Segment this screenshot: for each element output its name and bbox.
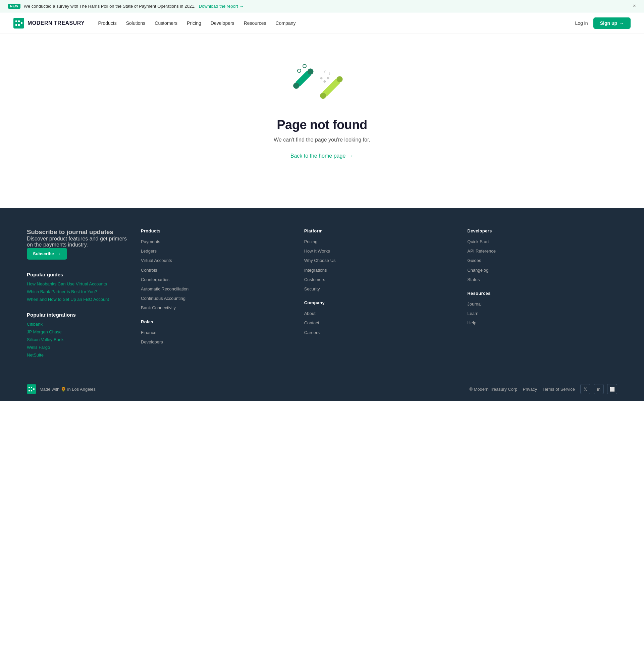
integration-jpmorgan[interactable]: JP Morgan Chase	[27, 329, 127, 334]
twitter-link[interactable]: 𝕏	[580, 384, 590, 394]
svg-rect-4	[18, 24, 20, 26]
footer-virtual-accounts[interactable]: Virtual Accounts	[141, 258, 291, 264]
footer-customers[interactable]: Customers	[304, 277, 454, 283]
nav-resources[interactable]: Resources	[244, 20, 266, 26]
guide-link-1[interactable]: How Neobanks Can Use Virtual Accounts	[27, 282, 127, 287]
footer-finance[interactable]: Finance	[141, 330, 291, 336]
footer-about[interactable]: About	[304, 311, 454, 317]
instagram-icon: ⬜	[609, 387, 615, 392]
instagram-link[interactable]: ⬜	[607, 384, 617, 394]
popular-guides-section: Popular guides How Neobanks Can Use Virt…	[27, 272, 127, 302]
home-page-link[interactable]: Back to the home page →	[291, 153, 354, 159]
footer-journal[interactable]: Journal	[467, 301, 617, 307]
footer-left-col: Subscribe to journal updates Discover pr…	[27, 228, 127, 360]
linkedin-link[interactable]: in	[594, 384, 604, 394]
svg-rect-1	[15, 20, 17, 22]
footer-api-reference[interactable]: API Reference	[467, 248, 617, 254]
footer-careers[interactable]: Careers	[304, 330, 454, 336]
footer-how-it-works[interactable]: How It Works	[304, 248, 454, 254]
new-badge: NEW	[8, 4, 20, 9]
login-link[interactable]: Log in	[575, 20, 588, 26]
platform-col-title: Platform	[304, 228, 454, 233]
footer-pricing[interactable]: Pricing	[304, 239, 454, 245]
footer-learn[interactable]: Learn	[467, 311, 617, 317]
footer-security[interactable]: Security	[304, 286, 454, 292]
svg-rect-2	[15, 24, 17, 26]
nav-links: Products Solutions Customers Pricing Dev…	[98, 20, 575, 26]
svg-rect-24	[33, 388, 35, 390]
footer-bottom-right: © Modern Treasury Corp Privacy Terms of …	[469, 384, 617, 394]
svg-text:?: ?	[329, 72, 330, 76]
footer-changelog[interactable]: Changelog	[467, 267, 617, 273]
footer-quick-start[interactable]: Quick Start	[467, 239, 617, 245]
footer-bank-connectivity[interactable]: Bank Connectivity	[141, 305, 291, 311]
svg-rect-5	[21, 22, 23, 24]
arrow-icon: →	[619, 20, 624, 26]
nav-company[interactable]: Company	[276, 20, 296, 26]
footer-controls[interactable]: Controls	[141, 267, 291, 273]
subscribe-arrow-icon: →	[57, 251, 61, 256]
resources-title: Resources	[467, 291, 617, 296]
logo-text: MODERN TREASURY	[28, 20, 85, 26]
footer-guides[interactable]: Guides	[467, 258, 617, 264]
svg-point-14	[327, 77, 329, 79]
footer-made-with-text: Made with 🌻 in Los Angeles	[40, 387, 96, 392]
svg-rect-20	[29, 387, 30, 388]
copyright-text: © Modern Treasury Corp	[469, 387, 517, 392]
footer-products-col: Products Payments Ledgers Virtual Accoun…	[141, 228, 291, 360]
integrations-title: Popular integrations	[27, 312, 127, 318]
nav-pricing[interactable]: Pricing	[187, 20, 201, 26]
privacy-link[interactable]: Privacy	[523, 387, 537, 392]
banner-close-button[interactable]: ×	[633, 3, 636, 9]
footer: Subscribe to journal updates Discover pr…	[0, 208, 644, 401]
banner-text: We conducted a survey with The Harris Po…	[24, 4, 196, 9]
footer-developers-role[interactable]: Developers	[141, 339, 291, 345]
integration-wellsfargo[interactable]: Wells Fargo	[27, 345, 127, 350]
error-subtitle: We can't find the page you're looking fo…	[274, 137, 370, 143]
error-illustration: ? ?	[285, 61, 359, 104]
guide-link-3[interactable]: When and How to Set Up an FBO Account	[27, 297, 127, 302]
footer-ledgers[interactable]: Ledgers	[141, 248, 291, 254]
footer-why-choose-us[interactable]: Why Choose Us	[304, 258, 454, 264]
terms-link[interactable]: Terms of Service	[542, 387, 575, 392]
integration-svb[interactable]: Silicon Valley Bank	[27, 337, 127, 342]
subscribe-button[interactable]: Subscribe →	[27, 248, 67, 260]
nav-developers[interactable]: Developers	[211, 20, 234, 26]
footer-payments[interactable]: Payments	[141, 239, 291, 245]
footer-help[interactable]: Help	[467, 320, 617, 326]
logo-link[interactable]: MODERN TREASURY	[13, 18, 85, 29]
nav-customers[interactable]: Customers	[155, 20, 177, 26]
products-col-title: Products	[141, 228, 291, 233]
social-icons: 𝕏 in ⬜	[580, 384, 617, 394]
guide-link-2[interactable]: Which Bank Partner is Best for You?	[27, 289, 127, 294]
footer-status[interactable]: Status	[467, 277, 617, 283]
linkedin-icon: in	[597, 387, 600, 392]
nav-solutions[interactable]: Solutions	[126, 20, 145, 26]
svg-rect-22	[31, 387, 32, 388]
svg-point-13	[324, 81, 326, 83]
footer-continuous-accounting[interactable]: Continuous Accounting	[141, 296, 291, 302]
signup-button[interactable]: Sign up →	[593, 17, 631, 29]
subscribe-description: Discover product features and get primer…	[27, 236, 127, 248]
svg-text:?: ?	[324, 69, 326, 74]
roles-title: Roles	[141, 319, 291, 324]
footer-contact[interactable]: Contact	[304, 320, 454, 326]
footer-subscribe-section: Subscribe to journal updates Discover pr…	[27, 228, 127, 260]
error-page: ? ? Page not found We can't find the pag…	[0, 34, 644, 208]
roles-section: Roles Finance Developers	[141, 319, 291, 345]
footer-counterparties[interactable]: Counterparties	[141, 277, 291, 283]
integration-citibank[interactable]: Citibank	[27, 322, 127, 327]
footer-bottom: Made with 🌻 in Los Angeles © Modern Trea…	[27, 377, 617, 401]
svg-point-17	[298, 69, 301, 73]
banner-download-link[interactable]: Download the report →	[199, 4, 244, 9]
sunflower-emoji: 🌻	[61, 387, 68, 392]
footer-auto-reconciliation[interactable]: Automatic Reconciliation	[141, 286, 291, 292]
nav-products[interactable]: Products	[98, 20, 116, 26]
nav-right: Log in Sign up →	[575, 17, 631, 29]
footer-bottom-left: Made with 🌻 in Los Angeles	[27, 384, 96, 394]
footer-integrations[interactable]: Integrations	[304, 267, 454, 273]
company-title: Company	[304, 300, 454, 305]
announcement-banner: NEW We conducted a survey with The Harri…	[0, 0, 644, 12]
integration-netsuite[interactable]: NetSuite	[27, 352, 127, 357]
svg-rect-23	[31, 390, 32, 391]
